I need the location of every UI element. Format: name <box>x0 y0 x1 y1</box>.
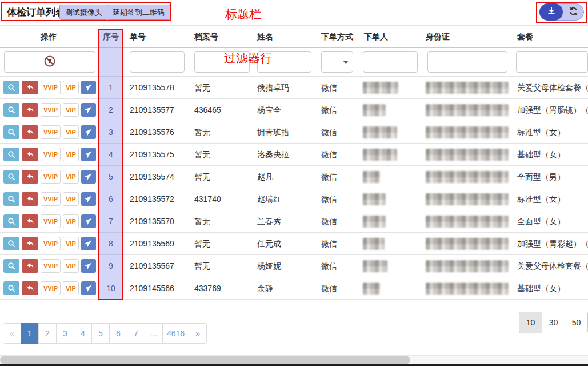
send-button[interactable] <box>81 125 96 139</box>
view-button[interactable] <box>3 237 19 250</box>
patient-name: 俄措卓玛 <box>257 77 289 98</box>
send-button[interactable] <box>81 148 96 161</box>
page-size-option[interactable]: 10 <box>519 312 542 333</box>
undo-button[interactable] <box>22 125 38 139</box>
order-no: 2109135577 <box>130 99 174 121</box>
row-actions: VVIP VIP <box>3 77 96 98</box>
pagination-page-button[interactable]: 3 <box>56 323 74 344</box>
send-button[interactable] <box>81 259 96 273</box>
redacted-orderer <box>363 171 380 183</box>
tab-test-camera[interactable]: 测试摄像头 <box>59 5 108 20</box>
undo-button[interactable] <box>22 259 38 273</box>
vip-button[interactable]: VIP <box>63 259 79 273</box>
pagination-page-button[interactable]: … <box>145 323 163 344</box>
table-row: VVIP VIP 10 2109145566 433769 余静 微信 基础型（… <box>0 277 588 300</box>
page-size-option[interactable]: 50 <box>565 312 588 333</box>
row-actions: VVIP VIP <box>3 121 96 143</box>
redacted-id-card <box>426 238 509 250</box>
undo-button[interactable] <box>22 192 38 206</box>
undo-button[interactable] <box>22 103 38 117</box>
tab-order-list[interactable]: 体检订单列表 <box>7 6 65 19</box>
orderer-cell <box>363 233 420 254</box>
redacted-id-card <box>426 104 509 116</box>
table-row: VVIP VIP 9 2109135567 暂无 杨娅妮 微信 关爱父母体检套餐… <box>0 255 588 277</box>
pagination-page-button[interactable]: 1 <box>21 323 39 344</box>
view-button[interactable] <box>3 170 19 184</box>
pagination-page-button[interactable]: 7 <box>127 323 145 344</box>
page-size-option[interactable]: 30 <box>542 312 565 333</box>
undo-button[interactable] <box>22 148 38 161</box>
pagination-page-button[interactable]: 5 <box>91 323 110 344</box>
vvip-button[interactable]: VVIP <box>41 214 61 228</box>
vip-button[interactable]: VIP <box>63 103 79 117</box>
vvip-button[interactable]: VVIP <box>41 125 61 139</box>
vip-button[interactable]: VIP <box>63 81 79 94</box>
actions-filter-disabled[interactable] <box>4 51 95 73</box>
view-button[interactable] <box>3 192 19 206</box>
patient-name: 拥青班措 <box>257 121 289 143</box>
pagination-page-button[interactable]: 2 <box>38 323 57 344</box>
view-button[interactable] <box>3 259 19 273</box>
redacted-orderer <box>363 149 397 161</box>
send-button[interactable] <box>81 281 96 295</box>
view-button[interactable] <box>3 148 19 161</box>
send-button[interactable] <box>81 237 96 250</box>
id-card-filter-input[interactable] <box>427 51 507 73</box>
vip-button[interactable]: VIP <box>63 148 79 161</box>
vip-button[interactable]: VIP <box>63 192 79 206</box>
order-no-filter-input[interactable] <box>130 51 185 73</box>
col-header-archive-no: 档案号 <box>194 32 218 42</box>
redacted-id-card <box>426 260 509 272</box>
vvip-button[interactable]: VVIP <box>41 281 61 295</box>
view-button[interactable] <box>3 81 19 94</box>
patient-name: 洛桑央拉 <box>257 144 289 165</box>
pagination-next-button[interactable]: » <box>189 323 207 344</box>
pagination-prev-button[interactable]: « <box>3 323 21 344</box>
vvip-button[interactable]: VVIP <box>41 148 61 161</box>
download-button[interactable] <box>539 3 563 21</box>
vip-button[interactable]: VIP <box>63 170 79 184</box>
pagination-page-button[interactable]: 4 <box>74 323 92 344</box>
view-button[interactable] <box>3 281 19 295</box>
refresh-button[interactable] <box>563 7 583 18</box>
horizontal-scrollbar-track[interactable] <box>0 355 588 364</box>
send-button[interactable] <box>81 214 96 228</box>
package-filter-input[interactable] <box>516 51 588 73</box>
row-index: 7 <box>98 210 123 232</box>
vvip-button[interactable]: VVIP <box>41 81 61 94</box>
pagination-page-button[interactable]: 6 <box>109 323 127 344</box>
undo-button[interactable] <box>22 214 38 228</box>
row-index: 4 <box>98 144 123 165</box>
send-button[interactable] <box>81 103 96 117</box>
id-card-cell <box>426 166 510 188</box>
undo-button[interactable] <box>22 237 38 250</box>
tab-delay-qrcode[interactable]: 延期签到二维码 <box>107 5 170 20</box>
vvip-button[interactable]: VVIP <box>41 259 61 273</box>
vip-button[interactable]: VIP <box>63 237 79 250</box>
orderer-filter-input[interactable] <box>363 51 418 73</box>
vvip-button[interactable]: VVIP <box>41 170 61 184</box>
vvip-button[interactable]: VVIP <box>41 192 61 206</box>
view-button[interactable] <box>3 214 19 228</box>
undo-button[interactable] <box>22 81 38 94</box>
col-header-actions: 操作 <box>0 32 97 42</box>
view-button[interactable] <box>3 125 19 139</box>
chevron-down-icon <box>343 61 348 64</box>
vip-button[interactable]: VIP <box>63 125 79 139</box>
send-button[interactable] <box>81 192 96 206</box>
pagination-page-button[interactable]: 4616 <box>162 323 189 344</box>
undo-button[interactable] <box>22 281 38 295</box>
undo-button[interactable] <box>22 170 38 184</box>
row-actions: VVIP VIP <box>3 233 96 254</box>
vip-button[interactable]: VIP <box>63 214 79 228</box>
send-button[interactable] <box>81 81 96 94</box>
send-button[interactable] <box>81 170 96 184</box>
horizontal-scrollbar-thumb[interactable] <box>0 356 410 364</box>
order-no: 2109135578 <box>130 77 174 98</box>
vip-button[interactable]: VIP <box>63 281 79 295</box>
view-button[interactable] <box>3 103 19 117</box>
vvip-button[interactable]: VVIP <box>41 103 61 117</box>
order-method-filter-select[interactable] <box>321 51 353 73</box>
redacted-id-card <box>426 149 509 161</box>
vvip-button[interactable]: VVIP <box>41 237 61 250</box>
